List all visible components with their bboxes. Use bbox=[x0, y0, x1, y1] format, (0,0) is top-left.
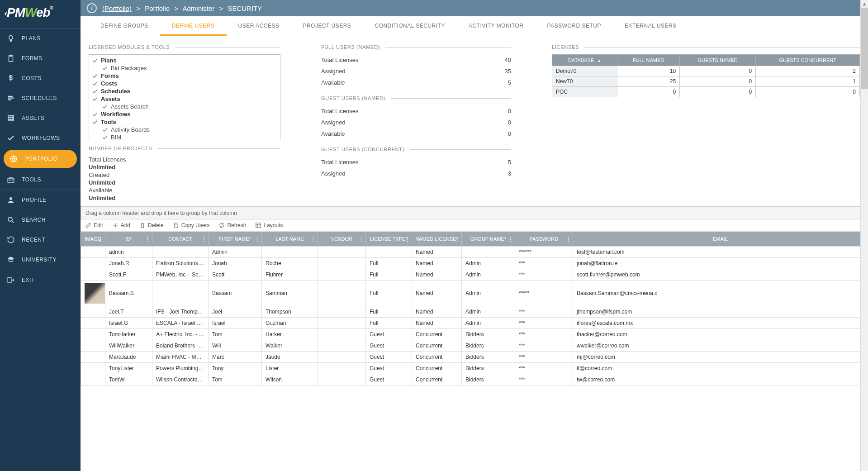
scroll-up-icon[interactable]: ▲ bbox=[861, 0, 868, 8]
sidebar-item-portfolio[interactable]: PORTFOLIO bbox=[4, 150, 77, 168]
info-icon[interactable]: i bbox=[87, 3, 97, 13]
person-icon bbox=[6, 195, 15, 205]
module-item[interactable]: Tools bbox=[92, 118, 277, 126]
svg-rect-12 bbox=[256, 223, 261, 228]
table-row[interactable]: TonyListerPowers Plumbing, Inc.TonyListe… bbox=[81, 363, 868, 374]
column-menu-icon[interactable]: ⋮ bbox=[201, 236, 206, 243]
table-row[interactable]: MarcJaudeMiami HVAC - Marc JaMarcJaudeGu… bbox=[81, 352, 868, 363]
table-row[interactable]: Jonah.RFlatiron Solutions - JoJonahRoche… bbox=[81, 258, 868, 269]
lic-header[interactable]: GUESTS CONCURRENT bbox=[756, 55, 860, 66]
column-menu-icon[interactable]: ⋮ bbox=[565, 236, 571, 243]
tab-define-groups[interactable]: DEFINE GROUPS bbox=[89, 16, 160, 36]
lic-row[interactable]: Demo701002 bbox=[552, 66, 860, 76]
tab-external-users[interactable]: EXTERNAL USERS bbox=[613, 16, 688, 36]
grid-header[interactable]: NAMED LICENSE*⋮ bbox=[412, 232, 462, 247]
page-scrollbar[interactable]: ▲ bbox=[860, 0, 868, 471]
table-row[interactable]: Israel.GESCALA - Israel GuzmaIsraelGuzma… bbox=[81, 318, 868, 329]
lic-header[interactable]: DATABASE ▲ bbox=[552, 55, 617, 66]
table-row[interactable]: TomWWilson Contractors - TTomWilsonGuest… bbox=[81, 374, 868, 385]
module-listbox[interactable]: PlansBid PackagesFormsCostsSchedulesAsse… bbox=[89, 54, 280, 140]
table-row[interactable]: Joel.TIFS - Joel ThompsonJoelThompsonFul… bbox=[81, 306, 868, 318]
users-grid[interactable]: IMAGE⋮ID*⋮CONTACT⋮FIRST NAME*⋮LAST NAME⋮… bbox=[81, 232, 868, 471]
tab-define-users[interactable]: DEFINE USERS bbox=[160, 16, 227, 36]
tab-activity-monitor[interactable]: ACTIVITY MONITOR bbox=[457, 16, 536, 36]
copy-users-button[interactable]: Copy Users bbox=[173, 222, 210, 228]
sidebar-item-search[interactable]: SEARCH bbox=[0, 210, 81, 230]
edit-button[interactable]: Edit bbox=[85, 222, 103, 228]
refresh-button[interactable]: Refresh bbox=[218, 222, 246, 228]
delete-button[interactable]: Delete bbox=[139, 222, 164, 228]
module-item[interactable]: Bid Packages bbox=[92, 64, 277, 72]
sidebar-item-workflows[interactable]: WORKFLOWS bbox=[0, 128, 81, 148]
module-item[interactable]: Plans bbox=[92, 57, 277, 64]
module-item[interactable]: Assets Search bbox=[92, 103, 277, 110]
module-item[interactable]: Schedules bbox=[92, 87, 277, 95]
breadcrumb-part[interactable]: Portfolio bbox=[145, 5, 170, 12]
sidebar-item-exit[interactable]: EXIT bbox=[0, 270, 81, 290]
lic-header[interactable]: FULL NAMED bbox=[617, 55, 680, 66]
layouts-button[interactable]: Layouts bbox=[255, 222, 283, 228]
lic-header[interactable]: GUESTS NAMED bbox=[680, 55, 756, 66]
breadcrumb-root[interactable]: (Portfolio) bbox=[102, 5, 132, 12]
module-label: BIM bbox=[111, 134, 121, 140]
tab-conditional-security[interactable]: CONDITIONAL SECURITY bbox=[363, 16, 457, 36]
check-icon bbox=[92, 57, 98, 64]
breadcrumb: (Portfolio) > Portfolio > Administer > S… bbox=[102, 5, 262, 12]
module-item[interactable]: Costs bbox=[92, 80, 277, 87]
sidebar-item-profile[interactable]: PROFILE bbox=[0, 190, 81, 210]
column-menu-icon[interactable]: ⋮ bbox=[145, 236, 150, 243]
module-item[interactable]: Activity Boards bbox=[92, 126, 277, 133]
sidebar-item-schedules[interactable]: SCHEDULES bbox=[0, 88, 81, 108]
module-label: Costs bbox=[101, 80, 117, 87]
sidebar-item-label: RECENT bbox=[22, 237, 45, 243]
column-menu-icon[interactable]: ⋮ bbox=[404, 236, 410, 243]
grid-header[interactable]: VENDOR⋮ bbox=[318, 232, 366, 247]
check-icon bbox=[102, 134, 108, 141]
grid-header[interactable]: LICENSE TYPE*⋮ bbox=[366, 232, 412, 247]
sidebar-item-plans[interactable]: PLANS bbox=[0, 29, 81, 48]
lic-row[interactable]: POC000 bbox=[552, 87, 860, 97]
table-row[interactable]: TomHarkerA+ Electric, Inc. - TomTomHarke… bbox=[81, 329, 868, 340]
sidebar-item-label: PLANS bbox=[22, 35, 41, 42]
sidebar-item-forms[interactable]: FORMS bbox=[0, 48, 81, 68]
table-row[interactable]: WillWalkerBoland Brothers - WillWillWalk… bbox=[81, 340, 868, 352]
grid-header[interactable]: IMAGE⋮ bbox=[81, 232, 105, 247]
check-icon bbox=[6, 133, 15, 143]
column-menu-icon[interactable]: ⋮ bbox=[508, 236, 513, 243]
column-menu-icon[interactable]: ⋮ bbox=[98, 236, 103, 243]
module-item[interactable]: Workflows bbox=[92, 110, 277, 118]
grid-header[interactable]: GROUP NAME*⋮ bbox=[462, 232, 515, 247]
grid-header[interactable]: FIRST NAME*⋮ bbox=[209, 232, 262, 247]
table-row[interactable]: Bassam.SBassamSammanFullNamedAdmin*****B… bbox=[81, 281, 868, 306]
column-menu-icon[interactable]: ⋮ bbox=[310, 236, 316, 243]
table-row[interactable]: adminAdminNamed******test@testemail.com bbox=[81, 247, 868, 258]
module-item[interactable]: Assets bbox=[92, 95, 277, 103]
grid-header[interactable]: LAST NAME⋮ bbox=[262, 232, 318, 247]
grid-header[interactable]: CONTACT⋮ bbox=[152, 232, 209, 247]
module-item[interactable]: Forms bbox=[92, 72, 277, 80]
tab-project-users[interactable]: PROJECT USERS bbox=[291, 16, 363, 36]
lic-row[interactable]: New702501 bbox=[552, 76, 860, 87]
add-button[interactable]: Add bbox=[112, 222, 130, 228]
grid-header[interactable]: EMAIL⋮ bbox=[573, 232, 868, 247]
module-item[interactable]: BIM bbox=[92, 133, 277, 140]
svg-rect-5 bbox=[8, 115, 14, 121]
sidebar-item-university[interactable]: UNIVERSITY bbox=[0, 250, 81, 270]
sidebar-item-assets[interactable]: ASSETS bbox=[0, 108, 81, 128]
grid-header[interactable]: PASSWORD⋮ bbox=[515, 232, 573, 247]
column-menu-icon[interactable]: ⋮ bbox=[358, 236, 364, 243]
sidebar-item-costs[interactable]: COSTS bbox=[0, 68, 81, 88]
sidebar-item-recent[interactable]: RECENT bbox=[0, 230, 81, 250]
grid-header[interactable]: ID*⋮ bbox=[105, 232, 152, 247]
breadcrumb-part[interactable]: Administer bbox=[182, 5, 214, 12]
modules-title: LICENSED MODULES & TOOLS bbox=[89, 44, 280, 50]
sidebar-item-tools[interactable]: TOOLS bbox=[0, 170, 81, 190]
tab-password-setup[interactable]: PASSWORD SETUP bbox=[536, 16, 613, 36]
table-row[interactable]: Scott.FPMWeb, Inc. - Scott FlScottFluhre… bbox=[81, 269, 868, 281]
tab-user-access[interactable]: USER ACCESS bbox=[227, 16, 291, 36]
logo: ‹PMWeb® bbox=[0, 0, 81, 28]
column-menu-icon[interactable]: ⋮ bbox=[254, 236, 260, 243]
avatar bbox=[85, 283, 105, 304]
group-by-bar[interactable]: Drag a column header and drop it here to… bbox=[81, 207, 868, 219]
column-menu-icon[interactable]: ⋮ bbox=[454, 236, 460, 243]
